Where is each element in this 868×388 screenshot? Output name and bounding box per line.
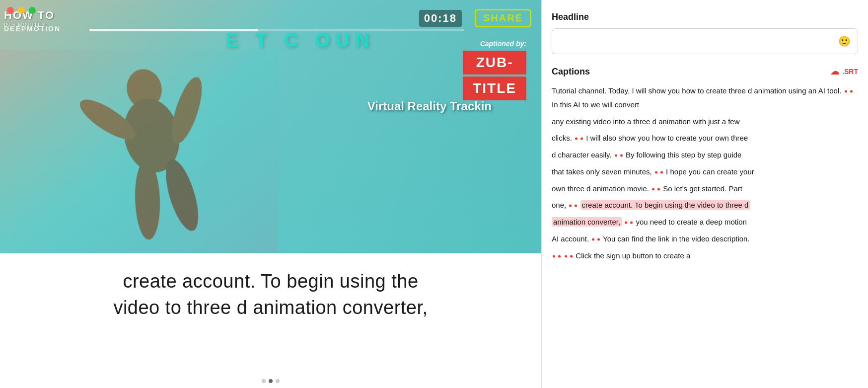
dots-icon-10 xyxy=(565,254,573,259)
caption-text-1: Tutorial channel. Today, I will show you… xyxy=(552,86,841,95)
caption-paragraph-7: one, create account. To begin using the … xyxy=(552,198,856,212)
window-controls xyxy=(7,7,36,14)
highlight-caption-2: animation converter, xyxy=(552,217,622,227)
dots-icon-8 xyxy=(592,237,600,242)
captions-content[interactable]: Tutorial channel. Today, I will show you… xyxy=(552,84,858,376)
share-button[interactable]: SHARE xyxy=(475,9,531,27)
vr-text: Virtual Reality Trackin xyxy=(367,99,492,113)
dots-icon-2 xyxy=(575,136,583,141)
headline-input-container[interactable]: 🙂 xyxy=(552,28,858,54)
headline-input[interactable] xyxy=(559,37,838,46)
captions-section-title: Captions xyxy=(552,67,590,77)
video-player[interactable]: HOW TO IN 5 MINUTES DEEPMOTION E T C OUN… xyxy=(0,0,541,253)
caption-paragraph-5: that takes only seven minutes, I hope yo… xyxy=(552,165,856,179)
svg-rect-6 xyxy=(0,50,278,253)
zub-box: ZUB- xyxy=(463,51,526,75)
dots-icon-7 xyxy=(625,220,633,225)
srt-download-button[interactable]: ☁ .SRT xyxy=(830,66,858,77)
caption-paragraph-8: animation converter, you need to create … xyxy=(552,215,856,229)
caption-paragraph-10: Click the sign up button to create a xyxy=(552,249,856,263)
dots-icon-6 xyxy=(569,203,577,208)
right-panel: Headline 🙂 Captions ☁ .SRT Tutorial chan… xyxy=(541,0,868,388)
maximize-dot[interactable] xyxy=(29,7,36,14)
caption-paragraph-1: Tutorial channel. Today, I will show you… xyxy=(552,84,856,112)
dots-icon-1 xyxy=(845,89,853,94)
subtitle-line1: create account. To begin using the video… xyxy=(20,268,521,321)
progress-fill xyxy=(89,29,258,31)
progress-bar[interactable] xyxy=(89,29,464,31)
video-content: HOW TO IN 5 MINUTES DEEPMOTION E T C OUN… xyxy=(0,0,541,253)
subtitle-watermark: Captioned by: ZUB- TITLE xyxy=(463,40,526,100)
playback-dot xyxy=(269,379,273,383)
caption-paragraph-9: AI account. You can find the link in the… xyxy=(552,232,856,246)
dots-icon-5 xyxy=(652,187,660,192)
timer-display: 00:18 xyxy=(419,10,462,27)
subtitle-text-area: create account. To begin using the video… xyxy=(0,253,541,379)
caption-paragraph-3: clicks. I will also show you how to crea… xyxy=(552,131,856,145)
close-dot[interactable] xyxy=(7,7,14,14)
highlight-caption-1: create account. To begin using the video… xyxy=(580,200,750,210)
figure-area xyxy=(0,45,308,253)
dots-icon-9 xyxy=(553,254,561,259)
playback-indicator xyxy=(0,379,541,388)
captioned-by-text: Captioned by: xyxy=(463,40,526,48)
left-panel: HOW TO IN 5 MINUTES DEEPMOTION E T C OUN… xyxy=(0,0,541,388)
dots-icon-4 xyxy=(655,170,663,175)
upload-icon: ☁ xyxy=(830,66,839,77)
title-box: TITLE xyxy=(463,77,526,100)
caption-paragraph-2: any existing video into a three d animat… xyxy=(552,115,856,129)
emoji-picker-icon[interactable]: 🙂 xyxy=(838,35,851,47)
playback-dot xyxy=(276,379,280,383)
srt-label: .SRT xyxy=(842,68,858,76)
playback-dot xyxy=(262,379,266,383)
deepmotion-logo: DEEPMOTION xyxy=(4,25,61,33)
caption-paragraph-4: d character easily. By following this st… xyxy=(552,148,856,162)
caption-paragraph-6: own three d animation movie. So let's ge… xyxy=(552,182,856,196)
figure-svg xyxy=(0,50,278,253)
headline-section-title: Headline xyxy=(552,12,858,22)
dots-icon-3 xyxy=(615,153,623,158)
minimize-dot[interactable] xyxy=(18,7,25,14)
captions-header: Captions ☁ .SRT xyxy=(552,66,858,77)
